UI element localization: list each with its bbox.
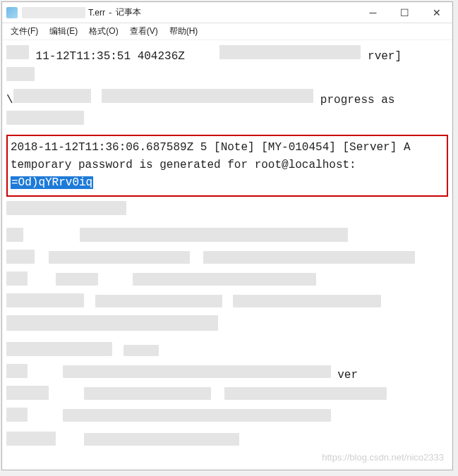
- redacted-row: [6, 432, 448, 451]
- redacted-row: [6, 386, 448, 405]
- redacted-row: [6, 293, 448, 313]
- redacted-row: [6, 271, 448, 291]
- notepad-window: T.err - 记事本 ─ ☐ ✕ 文件(F) 编辑(E) 格式(O) 查看(V…: [1, 1, 453, 470]
- menu-help[interactable]: 帮助(H): [165, 24, 203, 39]
- menubar: 文件(F) 编辑(E) 格式(O) 查看(V) 帮助(H): [2, 23, 452, 40]
- title-separator: -: [107, 8, 114, 18]
- log-fragment: rver]: [368, 50, 402, 63]
- filename-suffix: T.err: [88, 8, 105, 18]
- redacted-row: [6, 342, 448, 362]
- redacted-row: [6, 250, 448, 269]
- log-fragment: progress as: [320, 94, 395, 106]
- window-controls: ─ ☐ ✕: [357, 2, 452, 23]
- redacted-row: [6, 201, 448, 221]
- menu-view[interactable]: 查看(V): [126, 24, 162, 39]
- redacted-row: [6, 228, 448, 248]
- log-fragment: 11-12T11:35:51 404236Z: [36, 50, 185, 63]
- redacted-row: 11-12T11:35:51 404236Z rver]: [6, 45, 448, 65]
- highlight-box: 2018-11-12T11:36:06.687589Z 5 [Note] [MY…: [6, 135, 448, 197]
- redacted-row: [6, 111, 448, 130]
- redacted-row: \ progress as: [6, 89, 448, 109]
- redacted-row: [6, 67, 448, 87]
- notepad-icon: [6, 7, 18, 18]
- redacted-row: [6, 315, 448, 336]
- close-button[interactable]: ✕: [421, 2, 452, 23]
- titlebar[interactable]: T.err - 记事本 ─ ☐ ✕: [2, 2, 452, 23]
- log-line-1: 2018-11-12T11:36:06.687589Z 5 [Note] [MY…: [11, 141, 411, 154]
- text-area[interactable]: 11-12T11:35:51 404236Z rver] \ progress …: [2, 40, 452, 470]
- watermark: https://blog.csdn.net/nico2333: [322, 451, 444, 465]
- menu-format[interactable]: 格式(O): [85, 24, 122, 39]
- window-title: T.err - 记事本: [22, 6, 357, 18]
- log-fragment: ver: [337, 369, 358, 382]
- minimize-button[interactable]: ─: [357, 2, 389, 23]
- redacted-row: ver: [6, 364, 448, 384]
- log-line-2: temporary password is generated for root…: [11, 159, 356, 171]
- menu-file[interactable]: 文件(F): [6, 24, 42, 39]
- redacted-title-part: [22, 7, 85, 18]
- menu-edit[interactable]: 编辑(E): [45, 24, 82, 39]
- app-name: 记事本: [116, 6, 141, 18]
- redacted-row: [6, 408, 448, 427]
- maximize-button[interactable]: ☐: [389, 2, 421, 23]
- generated-password: =Od)qYRrv0iq: [11, 176, 93, 189]
